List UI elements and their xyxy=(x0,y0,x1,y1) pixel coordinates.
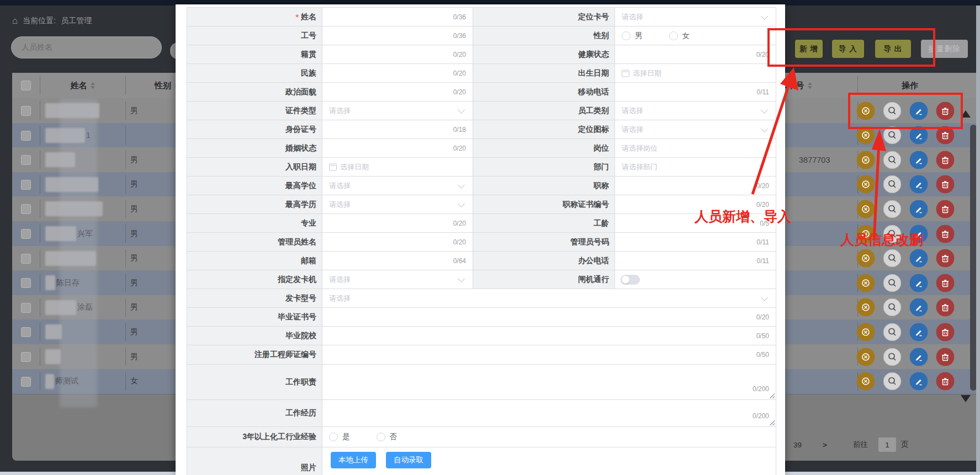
row-checkbox[interactable] xyxy=(21,327,31,337)
card-model-field[interactable]: 请选择 xyxy=(322,289,776,307)
row-checkbox[interactable] xyxy=(21,155,31,165)
health-status-field[interactable]: 0/20 xyxy=(615,45,776,63)
sort-carets-icon[interactable] xyxy=(91,82,95,89)
row-checkbox[interactable] xyxy=(21,352,31,362)
resize-handle-icon[interactable] xyxy=(769,393,775,398)
row-action-magnifier-view-button[interactable] xyxy=(883,200,902,218)
photo-field[interactable]: 本地上传自动录取 xyxy=(322,447,776,475)
row-action-pencil-edit-button[interactable] xyxy=(910,348,928,366)
row-action-pencil-edit-button[interactable] xyxy=(910,298,928,317)
row-action-card-circle-button[interactable] xyxy=(857,372,875,391)
export-button[interactable]: 导 出 xyxy=(875,40,911,58)
birth-date-field[interactable]: 选择日期 xyxy=(615,64,776,82)
sort-carets-icon[interactable] xyxy=(808,82,812,89)
add-button[interactable]: 新 增 xyxy=(795,40,823,58)
row-action-trash-delete-button[interactable] xyxy=(936,200,955,218)
native-place-field[interactable]: 0/20 xyxy=(322,45,473,63)
worker-id-field[interactable]: 0/36 xyxy=(322,26,473,45)
admin-number-field[interactable]: 0/11 xyxy=(615,233,776,251)
row-action-magnifier-view-button[interactable] xyxy=(883,323,902,341)
select-all-checkbox[interactable] xyxy=(21,81,31,90)
office-phone-field[interactable]: 0/11 xyxy=(615,252,776,270)
row-action-trash-delete-button[interactable] xyxy=(936,151,955,169)
name-field[interactable]: 0/36 xyxy=(322,8,473,26)
scroll-up-icon[interactable] xyxy=(961,110,971,118)
row-action-trash-delete-button[interactable] xyxy=(936,225,955,243)
card-issuer-field[interactable]: 请选择 xyxy=(322,270,473,289)
highest-education-field[interactable]: 请选择 xyxy=(322,195,473,214)
hire-date-field[interactable]: 选择日期 xyxy=(322,158,473,176)
row-action-magnifier-view-button[interactable] xyxy=(883,348,902,366)
gender-radio[interactable]: 男 xyxy=(622,31,643,41)
column-header-name[interactable]: 姓名 xyxy=(40,73,125,98)
row-action-magnifier-view-button[interactable] xyxy=(883,175,902,194)
row-checkbox[interactable] xyxy=(21,204,31,214)
row-action-pencil-edit-button[interactable] xyxy=(910,323,928,341)
marital-status-field[interactable]: 0/20 xyxy=(322,139,473,157)
local-upload-button[interactable]: 本地上传 xyxy=(331,452,376,468)
admin-name-field[interactable]: 0/20 xyxy=(322,233,473,251)
pagination-page-39[interactable]: 39 xyxy=(793,437,802,452)
row-action-magnifier-view-button[interactable] xyxy=(883,249,902,268)
row-checkbox[interactable] xyxy=(21,106,31,116)
id-type-field[interactable]: 请选择 xyxy=(322,102,473,120)
mobile-phone-field[interactable]: 0/11 xyxy=(615,83,776,101)
row-checkbox[interactable] xyxy=(21,278,31,288)
row-action-card-circle-button[interactable] xyxy=(857,298,875,317)
registered-engineer-cert-no-field[interactable]: 0/50 xyxy=(322,345,776,364)
work-duties-field[interactable]: 0/200 xyxy=(322,365,776,399)
gender-radio[interactable]: 女 xyxy=(669,31,690,41)
row-action-card-circle-button[interactable] xyxy=(857,151,875,169)
row-action-trash-delete-button[interactable] xyxy=(936,102,955,120)
row-action-trash-delete-button[interactable] xyxy=(936,298,955,317)
row-action-trash-delete-button[interactable] xyxy=(936,274,955,292)
gate-pass-field[interactable] xyxy=(615,270,776,289)
row-action-pencil-edit-button[interactable] xyxy=(910,175,928,194)
window-scrollbar[interactable] xyxy=(976,6,980,472)
major-field[interactable]: 0/20 xyxy=(322,214,473,232)
row-action-trash-delete-button[interactable] xyxy=(936,323,955,341)
employee-category-field[interactable]: 请选择 xyxy=(615,102,776,120)
row-action-pencil-edit-button[interactable] xyxy=(910,200,928,218)
locator-card-field[interactable]: 请选择 xyxy=(615,8,776,26)
row-action-trash-delete-button[interactable] xyxy=(936,372,955,391)
row-action-magnifier-view-button[interactable] xyxy=(883,102,902,120)
locator-icon-field[interactable]: 请选择 xyxy=(615,120,776,138)
scroll-down-icon[interactable] xyxy=(961,395,971,402)
row-action-trash-delete-button[interactable] xyxy=(936,348,955,366)
row-action-card-circle-button[interactable] xyxy=(857,200,875,218)
row-action-trash-delete-button[interactable] xyxy=(936,175,955,194)
row-action-card-circle-button[interactable] xyxy=(857,274,875,292)
batch-delete-button[interactable]: 批量删除 xyxy=(921,40,968,58)
chemical-industry-experience-field[interactable]: 是否 xyxy=(322,427,776,447)
department-field[interactable]: 请选择部门 xyxy=(615,158,776,176)
row-action-pencil-edit-button[interactable] xyxy=(910,126,928,145)
row-action-card-circle-button[interactable] xyxy=(857,175,875,194)
row-action-card-circle-button[interactable] xyxy=(857,249,875,268)
resize-handle-icon[interactable] xyxy=(769,420,775,425)
import-button[interactable]: 导 入 xyxy=(832,40,864,58)
row-action-magnifier-view-button[interactable] xyxy=(883,274,902,292)
chemical-industry-experience-radio[interactable]: 是 xyxy=(329,432,350,442)
job-title-field[interactable]: 0/20 xyxy=(615,177,776,195)
row-action-pencil-edit-button[interactable] xyxy=(910,151,928,169)
row-checkbox[interactable] xyxy=(21,303,31,313)
auto-capture-button[interactable]: 自动录取 xyxy=(386,452,431,468)
gender-field[interactable]: 男女 xyxy=(615,26,776,45)
row-checkbox[interactable] xyxy=(21,377,31,387)
row-checkbox[interactable] xyxy=(21,180,31,190)
row-action-trash-delete-button[interactable] xyxy=(936,249,955,268)
row-action-magnifier-view-button[interactable] xyxy=(883,151,902,169)
row-checkbox[interactable] xyxy=(21,131,31,141)
row-action-card-circle-button[interactable] xyxy=(857,348,875,366)
work-experience-field[interactable]: 0/200 xyxy=(322,400,776,426)
row-action-card-circle-button[interactable] xyxy=(857,126,875,145)
graduate-school-field[interactable]: 0/50 xyxy=(322,327,776,345)
political-status-field[interactable]: 0/20 xyxy=(322,83,473,101)
row-action-card-circle-button[interactable] xyxy=(857,102,875,120)
row-action-card-circle-button[interactable] xyxy=(857,323,875,341)
pagination-next-icon[interactable]: > xyxy=(823,437,827,452)
row-action-pencil-edit-button[interactable] xyxy=(910,372,928,391)
row-action-pencil-edit-button[interactable] xyxy=(910,102,928,120)
pagination-goto-input[interactable]: 1 xyxy=(878,437,897,452)
